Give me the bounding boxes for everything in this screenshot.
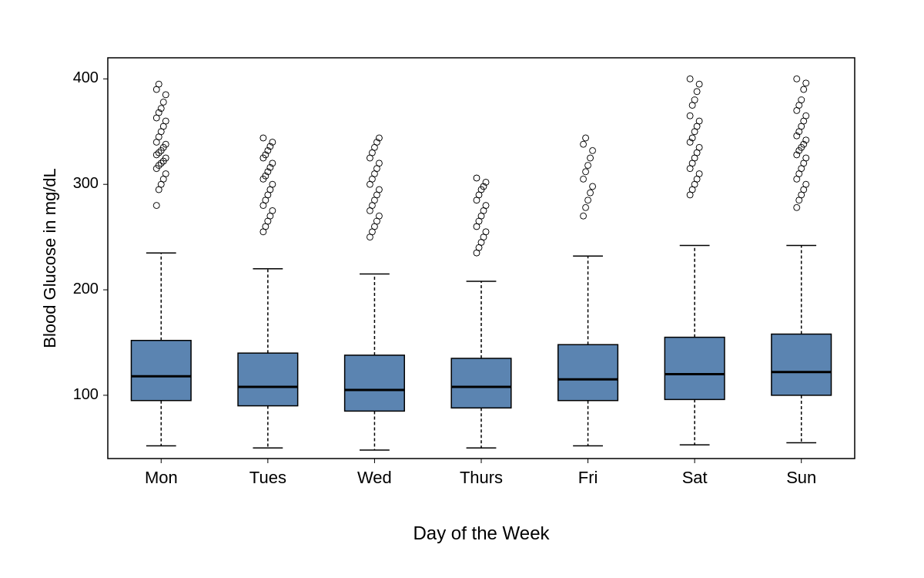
outlier-sat (687, 113, 693, 119)
x-tick-label-fri: Fri (578, 468, 598, 487)
chart-container: 100200300400Blood Glucose in mg/dLMonTue… (38, 27, 886, 551)
x-tick-label-sat: Sat (682, 468, 708, 487)
x-tick-label-sun: Sun (786, 468, 816, 487)
outlier-fri (585, 163, 591, 169)
outlier-sat (691, 97, 698, 103)
box-plot-chart: 100200300400Blood Glucose in mg/dLMonTue… (38, 27, 886, 551)
y-tick-label: 100 (73, 385, 99, 402)
x-axis-label: Day of the Week (413, 523, 551, 543)
x-tick-label-mon: Mon (145, 468, 178, 487)
box-thurs (451, 358, 511, 408)
box-sun (772, 334, 832, 395)
y-tick-label: 400 (73, 69, 99, 86)
y-axis-label: Blood Glucose in mg/dL (40, 168, 59, 348)
outlier-tues (260, 135, 266, 141)
outlier-thurs (474, 175, 480, 181)
outlier-fri (588, 155, 594, 161)
x-tick-label-wed: Wed (357, 468, 392, 487)
outlier-mon (162, 92, 169, 98)
outlier-tues (270, 207, 276, 213)
outlier-mon (160, 99, 166, 105)
box-wed (345, 355, 405, 412)
outlier-thurs (483, 229, 489, 235)
outlier-fri (590, 183, 596, 190)
outlier-mon (162, 118, 169, 124)
outlier-wed (376, 213, 382, 219)
outlier-mon (162, 171, 169, 177)
outlier-sun (803, 155, 809, 161)
outlier-sun (798, 97, 805, 103)
outlier-sun (803, 80, 809, 86)
outlier-sun (794, 76, 800, 82)
outlier-fri (581, 141, 587, 147)
outlier-sat (696, 118, 702, 124)
outlier-wed (376, 187, 382, 193)
outlier-sat (696, 81, 702, 87)
outlier-sun (803, 113, 809, 119)
y-tick-label: 200 (73, 280, 99, 297)
outlier-fri (583, 204, 589, 210)
outlier-sun (801, 86, 807, 92)
y-tick-label: 300 (73, 174, 99, 191)
outlier-sat (694, 89, 700, 95)
outlier-fri (585, 197, 591, 203)
outlier-fri (581, 176, 587, 182)
x-tick-label-thurs: Thurs (460, 468, 503, 487)
box-mon (131, 341, 191, 401)
box-sat (665, 338, 725, 400)
outlier-tues (270, 181, 276, 187)
box-tues (238, 353, 298, 405)
outlier-mon (156, 81, 162, 87)
outlier-fri (583, 169, 589, 175)
outlier-sat (696, 171, 702, 177)
outlier-thurs (483, 203, 489, 209)
outlier-fri (588, 190, 594, 196)
outlier-fri (583, 135, 589, 141)
outlier-sat (687, 76, 693, 82)
outlier-wed (376, 160, 382, 166)
outlier-mon (153, 203, 159, 209)
outlier-sun (803, 181, 809, 187)
outlier-sun (794, 204, 800, 210)
x-tick-label-tues: Tues (249, 468, 286, 487)
outlier-sat (696, 144, 702, 150)
outlier-fri (590, 147, 596, 153)
box-fri (558, 344, 618, 401)
outlier-fri (581, 213, 587, 219)
